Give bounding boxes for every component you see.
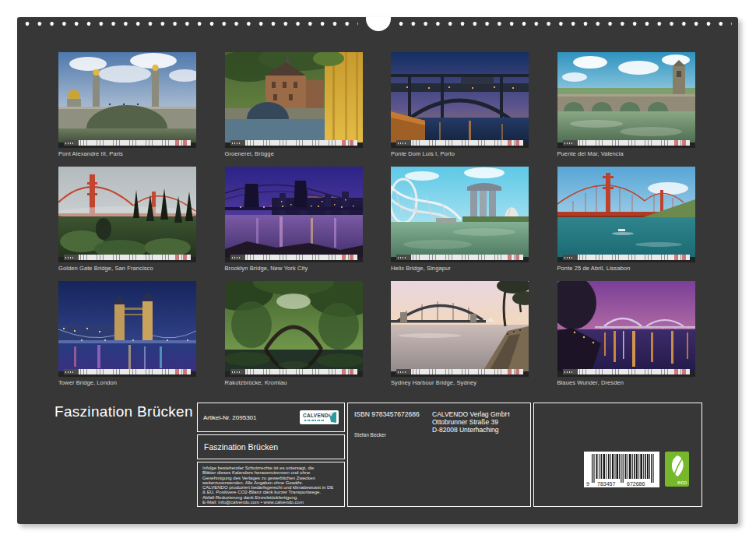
thumbnail-caption: Ponte Dom Luis I, Porto [391, 150, 529, 157]
thumbnail-caption: Tower Bridge, London [58, 379, 196, 386]
legal-line: E-Mail: info@calvendo.com • www.calvendo… [202, 500, 339, 505]
calendar-back-sheet: Pont Alexandre III, Paris [17, 17, 738, 524]
eco-label: eco [677, 479, 687, 486]
barcode-digit-left: 9 [586, 481, 589, 487]
calendar-page-thumbnail: Helix Bridge, Singapur [391, 167, 529, 272]
calendar-page-thumbnail: Tower Bridge, London [58, 281, 196, 386]
publisher-line: CALVENDO Verlag GmbH [432, 410, 510, 418]
thumbnail-caption: Brooklyn Bridge, New York City [225, 265, 363, 272]
photo-helix-bridge [391, 167, 529, 262]
thumbnail-caption: Sydney Harbour Bridge, Sydney [391, 379, 529, 386]
calendar-title-box: Faszination Brücken [197, 434, 345, 459]
article-number: Artikel-Nr. 2095301 [203, 414, 256, 421]
calendar-page-thumbnail: Puente del Mar, Valencia [557, 52, 695, 157]
publisher-line: Ottobrunner Straße 39 [432, 418, 510, 426]
calendar-page-thumbnail: Golden Gate Bridge, San Francisco [58, 167, 196, 272]
photo-tower-bridge [58, 281, 196, 377]
mini-calendar-strip [396, 140, 523, 146]
barcode-digits-mid: 783457 [597, 481, 615, 487]
mini-calendar-strip [64, 369, 191, 374]
mini-calendar-strip [396, 255, 523, 260]
calendar-page-thumbnail: Ponte Dom Luis I, Porto [391, 52, 529, 157]
mini-calendar-strip [563, 140, 690, 146]
imprint-panel: Artikel-Nr. 2095301 CALVENDO Faszination… [197, 403, 702, 507]
mini-calendar-strip [563, 255, 690, 260]
legal-text-box: Infolge bestehender Schutzrechte ist es … [197, 462, 345, 507]
spiral-binding-holes [25, 21, 358, 26]
calvendo-logo-tagline [304, 420, 325, 421]
barcode-box: 9 783457 672686 eco [533, 403, 702, 507]
photo-rakotzbruecke [225, 281, 363, 377]
calendar-page-thumbnail: Ponte 25 de Abril, Lissabon [557, 167, 695, 272]
mini-calendar-strip [230, 255, 357, 260]
thumbnail-caption: Puente del Mar, Valencia [557, 150, 695, 157]
article-number-box: Artikel-Nr. 2095301 CALVENDO [197, 403, 345, 432]
calendar-page-thumbnail: Blaues Wunder, Dresden [557, 281, 695, 386]
photo-ponte-25-abril [557, 167, 695, 262]
mini-calendar-strip [563, 369, 690, 374]
photo-brooklyn-bridge [225, 167, 363, 262]
calendar-page-thumbnail: Pont Alexandre III, Paris [58, 52, 196, 157]
calendar-page-thumbnail: Sydney Harbour Bridge, Sydney [391, 281, 529, 386]
isbn-number: ISBN 9783457672686 [354, 410, 420, 418]
photo-puente-del-mar [557, 52, 695, 148]
hanger-notch [366, 17, 391, 31]
author-name: Stefan Becker [354, 432, 386, 438]
calendar-title: Faszination Brücken [204, 442, 278, 452]
thumbnail-caption: Rakotzbrücke, Kromlau [225, 379, 363, 386]
isbn-publisher-box: ISBN 9783457672686 CALVENDO Verlag GmbH … [347, 403, 531, 507]
thumbnail-caption: Pont Alexandre III, Paris [58, 150, 196, 157]
photo-golden-gate [58, 167, 196, 262]
thumbnail-grid: Pont Alexandre III, Paris [58, 52, 695, 386]
barcode-digits-right: 672686 [627, 481, 645, 487]
calendar-page-thumbnail: Rakotzbrücke, Kromlau [225, 281, 363, 386]
legal-line: & EU. Positivere CO2-Bilanz dank kurzer … [202, 490, 339, 494]
mini-calendar-strip [230, 140, 357, 146]
photo-sydney-harbour-bridge [391, 281, 529, 377]
calvendo-logo-icon [329, 412, 337, 423]
thumbnail-caption: Blaues Wunder, Dresden [557, 379, 695, 386]
photo-groenerei-bruegge [225, 52, 363, 148]
thumbnail-caption: Groenerei, Brügge [225, 150, 363, 157]
mini-calendar-strip [64, 140, 191, 146]
photo-pont-alexandre-iii [58, 52, 196, 148]
calendar-page-thumbnail: Groenerei, Brügge [225, 52, 363, 157]
calendar-page-thumbnail: Brooklyn Bridge, New York City [225, 167, 363, 272]
thumbnail-caption: Ponte 25 de Abril, Lissabon [557, 265, 695, 272]
mini-calendar-strip [396, 369, 523, 374]
spiral-binding-holes [399, 21, 732, 26]
mini-calendar-strip [64, 255, 191, 260]
thumbnail-caption: Helix Bridge, Singapur [391, 265, 529, 272]
photo-blaues-wunder [557, 281, 695, 377]
eco-badge: eco [665, 452, 689, 487]
ean-barcode: 9 783457 672686 [584, 452, 659, 487]
thumbnail-caption: Golden Gate Bridge, San Francisco [58, 265, 196, 272]
publisher-line: D-82008 Unterhaching [432, 426, 510, 434]
mini-calendar-strip [230, 369, 357, 374]
publisher-address: CALVENDO Verlag GmbH Ottobrunner Straße … [432, 410, 510, 434]
page-title: Faszination Brücken [55, 403, 193, 420]
calvendo-logo: CALVENDO [300, 410, 339, 424]
photo-ponte-dom-luis [391, 52, 529, 148]
